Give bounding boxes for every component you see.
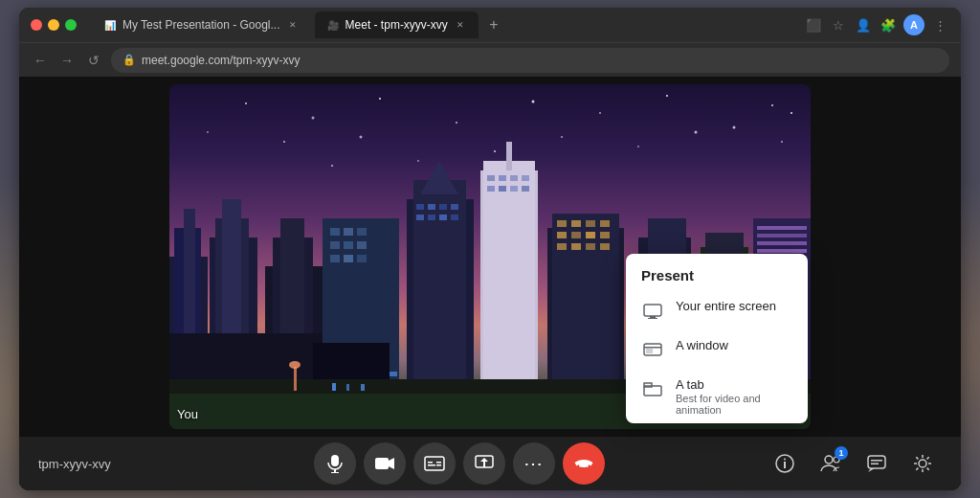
svg-rect-61 [499, 186, 506, 192]
svg-point-4 [532, 101, 535, 103]
screen-item-label: Your entire screen [676, 299, 776, 313]
tab-meet[interactable]: 🎥 Meet - tpm-xyyv-xvy ✕ [315, 11, 479, 38]
captions-button[interactable] [413, 442, 456, 485]
svg-rect-46 [428, 204, 435, 210]
close-button[interactable] [31, 19, 42, 31]
participants-button[interactable]: 1 [812, 444, 850, 483]
svg-rect-56 [487, 175, 495, 181]
svg-rect-73 [600, 232, 610, 238]
svg-point-14 [695, 131, 698, 134]
svg-rect-72 [586, 232, 595, 238]
svg-rect-62 [510, 186, 518, 192]
svg-rect-45 [416, 204, 424, 210]
camera-button[interactable] [364, 442, 406, 485]
svg-rect-51 [439, 215, 447, 220]
video-area: You [19, 77, 961, 437]
address-bar: ← → ↺ 🔒 meet.google.com/tpm-xyyv-xvy [19, 42, 961, 77]
svg-rect-60 [487, 186, 495, 192]
svg-rect-113 [436, 464, 441, 466]
svg-rect-37 [357, 241, 367, 249]
svg-rect-74 [557, 243, 567, 250]
chat-button[interactable] [858, 444, 896, 483]
tab-item-sublabel: Best for video and animation [676, 393, 792, 416]
traffic-lights [31, 19, 77, 31]
activities-button[interactable] [903, 444, 942, 483]
svg-rect-36 [344, 241, 353, 249]
svg-rect-69 [600, 220, 610, 227]
svg-rect-49 [416, 215, 424, 220]
present-tab-item[interactable]: A tab Best for video and animation [626, 370, 808, 423]
svg-rect-85 [757, 241, 807, 245]
svg-rect-32 [330, 228, 340, 236]
present-screen-item[interactable]: Your entire screen [626, 291, 808, 330]
svg-rect-52 [451, 215, 458, 220]
svg-rect-63 [522, 186, 529, 192]
new-tab-button[interactable]: + [482, 13, 505, 36]
svg-rect-106 [331, 472, 339, 473]
present-window-item[interactable]: A window [626, 330, 808, 370]
svg-rect-54 [483, 161, 535, 391]
svg-rect-107 [375, 458, 389, 469]
tabs-area: 📊 My Test Presentation - Googl... ✕ 🎥 Me… [92, 11, 789, 38]
browser-window: 📊 My Test Presentation - Googl... ✕ 🎥 Me… [19, 8, 961, 490]
svg-rect-75 [571, 243, 581, 250]
window-icon [641, 339, 664, 362]
user-avatar[interactable]: A [903, 14, 924, 35]
svg-point-9 [207, 131, 209, 133]
reload-button[interactable]: ↺ [84, 51, 103, 70]
svg-point-2 [379, 98, 381, 100]
forward-button[interactable]: → [57, 51, 77, 70]
svg-rect-70 [557, 232, 567, 238]
tab-1-close[interactable]: ✕ [286, 18, 300, 32]
info-button[interactable] [766, 444, 804, 483]
svg-rect-94 [294, 367, 297, 391]
svg-rect-109 [425, 457, 444, 470]
svg-point-7 [733, 126, 736, 129]
svg-point-125 [919, 460, 926, 467]
controls-bar: tpm-xyyv-xvy [19, 437, 961, 490]
svg-rect-111 [428, 464, 435, 466]
center-controls: ⋯ [314, 442, 605, 485]
window-item-text: A window [676, 338, 728, 352]
url-field[interactable]: 🔒 meet.google.com/tpm-xyyv-xvy [111, 48, 949, 73]
present-button[interactable] [463, 442, 505, 485]
svg-rect-103 [644, 383, 652, 387]
tab-presentation[interactable]: 📊 My Test Presentation - Googl... ✕ [92, 11, 311, 38]
extension-icon[interactable]: 🧩 [879, 15, 898, 34]
svg-rect-91 [332, 383, 336, 391]
svg-rect-58 [510, 175, 518, 181]
profile-icon[interactable]: 👤 [854, 15, 873, 34]
end-call-button[interactable] [563, 442, 605, 485]
mic-button[interactable] [314, 442, 356, 485]
lock-icon: 🔒 [122, 54, 136, 66]
svg-rect-48 [451, 204, 458, 210]
window-item-label: A window [676, 338, 728, 352]
tab-2-close[interactable]: ✕ [454, 18, 467, 32]
svg-rect-105 [334, 469, 336, 472]
minimize-button[interactable] [48, 19, 59, 31]
svg-rect-93 [361, 384, 365, 391]
svg-rect-38 [330, 255, 340, 262]
browser-actions: ⬛ ☆ 👤 🧩 A ⋮ [804, 14, 949, 35]
url-text: meet.google.com/tpm-xyyv-xvy [142, 54, 300, 67]
svg-rect-123 [871, 460, 882, 462]
svg-point-119 [825, 456, 833, 464]
svg-rect-55 [506, 142, 512, 170]
main-content: You Present Your entire screen [19, 77, 961, 490]
maximize-button[interactable] [65, 19, 77, 31]
cast-icon[interactable]: ⬛ [804, 15, 823, 34]
right-controls: 1 [766, 444, 942, 483]
svg-marker-108 [389, 458, 394, 469]
more-button[interactable]: ⋯ [513, 442, 555, 485]
svg-rect-97 [650, 316, 656, 318]
more-menu-icon[interactable]: ⋮ [930, 15, 949, 34]
back-button[interactable]: ← [31, 51, 50, 70]
svg-point-6 [666, 95, 668, 97]
svg-point-17 [561, 136, 563, 138]
svg-rect-110 [428, 462, 433, 464]
bookmark-icon[interactable]: ☆ [829, 15, 848, 34]
svg-point-8 [771, 104, 773, 106]
present-popup: Present Your entire screen [626, 254, 808, 423]
svg-rect-66 [557, 220, 567, 227]
svg-rect-59 [522, 175, 529, 181]
